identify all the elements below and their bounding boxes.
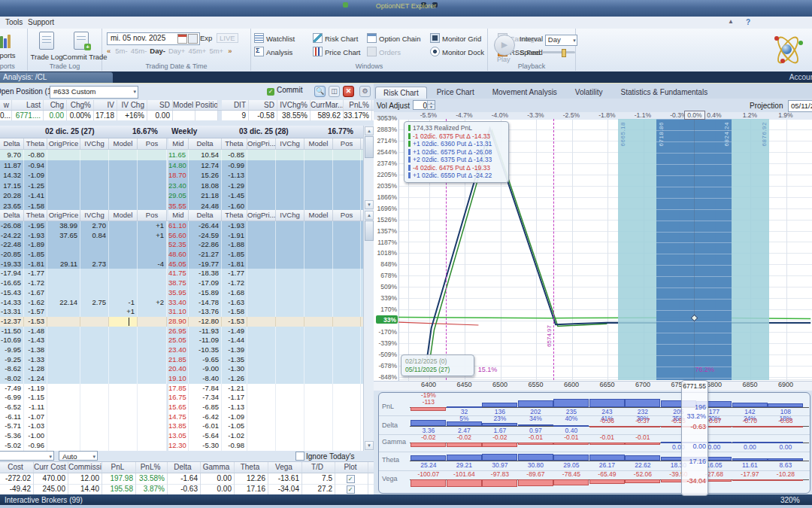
search-icon[interactable]: 🔍 — [314, 86, 326, 97]
plot-mode-select[interactable]: Combined▾ — [0, 451, 54, 461]
chain-row[interactable]: -14.33-1.6222.142.75-1+233.40-14.78-1.63 — [0, 298, 374, 308]
trade-log-button[interactable]: Trade Log — [29, 32, 64, 61]
scroll-thumb[interactable] — [365, 136, 374, 158]
scroll-up-icon[interactable]: ▲ — [365, 211, 374, 220]
chain-row[interactable]: 20.28-1.4129.0521.18-1.45 — [0, 190, 374, 201]
chain-row[interactable]: -19.33-1.8129.112.73-445.05-19.77-1.81 — [0, 260, 374, 269]
mid-cell: 45.05 — [168, 260, 189, 269]
plot-checkbox[interactable]: ✓ — [347, 485, 355, 494]
totals-row[interactable]: -272.02470.0012.00197.9833.58%-1.640.001… — [0, 473, 374, 485]
step-fwd-fast-icon[interactable]: » — [228, 47, 232, 55]
chain-row[interactable]: -10.69-1.4325.05-11.09-1.44 — [0, 336, 374, 345]
chain-cell — [304, 181, 333, 191]
chain-cell — [138, 181, 167, 191]
spinner-down-icon[interactable]: ▼ — [427, 104, 435, 109]
scroll-thumb[interactable] — [365, 221, 374, 241]
chain-cell: 9.70 — [0, 150, 24, 160]
export-icon[interactable]: ◫ — [329, 86, 340, 97]
chain-row[interactable]: -12.37-1.5328.90-12.80-1.53 — [0, 317, 374, 327]
time-step-5m-[interactable]: 5m- — [115, 47, 127, 55]
chain-row[interactable]: -22.48-1.8952.35-22.86-1.88 — [0, 240, 374, 250]
trading-date-input[interactable]: mi. 05 nov. 2025 — [107, 32, 200, 45]
totals-row[interactable]: -49.42245.0014.40195.583.87%-0.630.0017.… — [0, 484, 374, 495]
chain-row[interactable]: -7.49-1.1917.85-7.84-1.21 — [0, 384, 374, 394]
time-step-5m+[interactable]: 5m+ — [209, 47, 223, 55]
scroll-up-icon[interactable]: ▲ — [365, 126, 374, 135]
chart-tab-strip: Risk ChartPrice ChartMovement AnalysisVo… — [374, 84, 812, 99]
chain-cell — [138, 288, 167, 298]
auto-select[interactable]: Auto▾ — [59, 451, 98, 461]
time-step-Day-[interactable]: Day- — [150, 47, 165, 55]
chain-row[interactable]: -8.02-1.2419.10-8.40-1.26 — [0, 374, 374, 384]
chain-cell — [276, 170, 304, 181]
zoom-level[interactable]: 320% — [780, 496, 800, 504]
speed-slider[interactable] — [542, 51, 575, 53]
chain-cell — [247, 421, 276, 431]
scrollbar[interactable]: ▲▼ — [363, 210, 374, 451]
chain-row[interactable]: -6.11-1.0714.75-6.42-1.09 — [0, 412, 374, 422]
help-icon[interactable]: ? — [746, 18, 750, 26]
gear-icon[interactable]: ⚙ — [359, 86, 371, 97]
time-step-45m-[interactable]: 45m- — [131, 47, 147, 55]
chain-row[interactable]: -6.99-1.1516.75-7.34-1.17 — [0, 393, 374, 403]
calendar-icon[interactable] — [177, 34, 187, 44]
chain-row[interactable]: -20.85-1.8548.60-21.27-1.85 — [0, 250, 374, 260]
chain-row[interactable]: 14.32-1.0918.7015.26-1.13 — [0, 170, 374, 181]
chain-row[interactable]: -11.50-1.4826.95-11.93-1.49 — [0, 327, 374, 336]
time-toggle-icon[interactable] — [188, 34, 198, 44]
chain-row[interactable]: -26.08-1.9538.992.70+161.10-26.44-1.93 — [0, 221, 374, 231]
commit-button[interactable]: ✓Commit — [267, 86, 302, 96]
chain-row[interactable]: -9.95-1.3823.40-10.35-1.39 — [0, 345, 374, 355]
chain-row[interactable]: -15.43-1.6735.95-15.89-1.68 — [0, 288, 374, 298]
chain-row[interactable]: 11.87-0.9414.8012.74-0.99 — [0, 160, 374, 171]
reports-button[interactable]: Reports — [0, 32, 26, 59]
windows-item-optionchain[interactable]: Option Chain — [367, 33, 430, 43]
totals-headers: CostCurr CostCommissi...PnLPnL%DeltaGamm… — [0, 462, 374, 473]
chain-row[interactable]: -17.94-1.7741.75-18.38-1.77 — [0, 269, 374, 278]
step-back-fast-icon[interactable]: « — [107, 47, 111, 55]
risk-chart-plot[interactable] — [398, 120, 812, 381]
account-label[interactable]: Account — [789, 73, 812, 81]
chain-row[interactable]: -16.65-1.7238.75-17.09-1.72 — [0, 278, 374, 288]
chain-cell: -9.95 — [0, 345, 24, 355]
menu-support[interactable]: Support — [28, 18, 54, 26]
chain-row[interactable]: -13.31-1.57+131.10-13.76-1.58 — [0, 307, 374, 317]
play-button[interactable]: ▶ — [494, 35, 515, 56]
time-step-Day+[interactable]: Day+ — [168, 47, 185, 55]
scroll-down-icon[interactable]: ▼ — [365, 200, 374, 209]
plot-cell: ✓ — [335, 484, 368, 494]
chain-cell — [247, 160, 276, 171]
projection-date-field[interactable]: 05/11/2025 — [788, 100, 812, 112]
vol-adjust-spinner[interactable]: 0 ▲ ▼ — [413, 100, 435, 110]
windows-item-watchlist[interactable]: Watchlist — [254, 33, 313, 43]
windows-item-riskchart[interactable]: Risk Chart — [313, 33, 367, 43]
chain-row[interactable]: -8.62-1.2820.40-9.00-1.30 — [0, 364, 374, 374]
scrollbar[interactable]: ▲▼ — [363, 126, 374, 210]
chain-cell — [304, 421, 333, 431]
chain-row[interactable]: -5.71-1.0313.85-6.01-1.05 — [0, 421, 374, 431]
speed-slider-handle[interactable] — [562, 49, 566, 57]
menu-tools[interactable]: Tools — [5, 18, 23, 26]
chain-row[interactable]: 17.15-1.2523.4018.08-1.29 — [0, 181, 374, 191]
column-header: IVChg — [276, 210, 304, 221]
ignore-trades-checkbox[interactable] — [295, 452, 304, 461]
plot-checkbox[interactable]: ✓ — [347, 475, 355, 483]
windows-item-pricechart[interactable]: Price Chart — [313, 47, 367, 56]
chain-cell: -11.50 — [0, 327, 24, 336]
chain-row[interactable]: 9.70-0.8011.6510.54-0.85 — [0, 150, 374, 160]
windows-item-analysis[interactable]: Analysis — [254, 47, 313, 56]
chain-row[interactable]: -5.36-1.0013.05-5.64-1.02 — [0, 431, 374, 441]
chain-row[interactable]: -6.52-1.1115.65-6.85-1.13 — [0, 403, 374, 412]
interval-select[interactable]: Day▾ — [545, 35, 577, 46]
position-preset-select[interactable]: #633 Custom▾ — [50, 86, 138, 99]
chain-row[interactable]: -9.25-1.3321.85-9.65-1.35 — [0, 355, 374, 365]
tab-analysis-cl[interactable]: Analysis: /CL — [0, 72, 113, 84]
live-button[interactable]: LIVE — [217, 33, 238, 43]
chain-row[interactable]: -24.22-1.9337.650.84+156.60-24.59-1.91 — [0, 231, 374, 241]
commit-trade-button[interactable]: + Commit Trade — [62, 32, 100, 61]
time-step-45m+[interactable]: 45m+ — [188, 47, 206, 55]
scroll-down-icon[interactable]: ▼ — [365, 441, 374, 450]
close-position-icon[interactable]: ✕ — [343, 86, 354, 97]
chain-row[interactable]: -5.02-0.9612.30-5.30-0.98 — [0, 441, 374, 451]
collapse-ribbon-icon[interactable]: ▲ — [728, 18, 734, 25]
